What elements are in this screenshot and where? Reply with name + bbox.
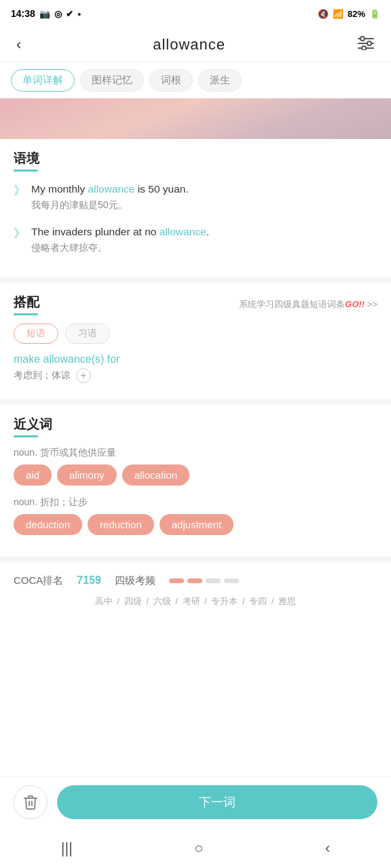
collocation-section: 搭配 系统学习四级真题短语词条GO!! >> 短语 习语 make allowa… xyxy=(0,283,391,399)
coca-section: COCA排名 7159 四级考频 高中 / 四级 / 六级 / 考研 / 专升本… xyxy=(0,562,391,620)
tab-word-detail[interactable]: 单词详解 xyxy=(11,69,75,92)
phrase-tab-xiyu[interactable]: 习语 xyxy=(65,323,110,344)
dot-3 xyxy=(206,578,221,583)
battery-text: 82% xyxy=(348,9,365,19)
sentence-en-1: My monthly allowance is 50 yuan. xyxy=(31,181,189,198)
synonym-tag-reduction[interactable]: reduction xyxy=(88,514,154,535)
tab-bar: 单词详解 图样记忆 词根 派生 xyxy=(0,62,391,98)
divider-3 xyxy=(0,557,391,562)
filter-button[interactable] xyxy=(352,33,380,57)
add-phrase-button[interactable]: + xyxy=(76,368,91,383)
dot-4 xyxy=(224,578,239,583)
mute-icon: 🔇 xyxy=(318,9,329,19)
check-icon: ✔ xyxy=(66,9,73,19)
coca-levels: 高中 / 四级 / 六级 / 考研 / 专升本 / 专四 / 雅思 xyxy=(14,595,377,608)
svg-point-4 xyxy=(367,41,371,45)
dot-icon: ● xyxy=(77,10,81,18)
status-time: 14:38 📷 ◎ ✔ ● xyxy=(11,8,81,19)
synonym-tag-adjustment[interactable]: adjustment xyxy=(160,514,234,535)
coca-freq-label: 四级考频 xyxy=(115,574,155,587)
status-bar: 14:38 📷 ◎ ✔ ● 🔇 📶 82% 🔋 xyxy=(0,0,391,27)
status-right: 🔇 📶 82% 🔋 xyxy=(318,9,380,19)
context-section: 语境 》 My monthly allowance is 50 yuan. 我每… xyxy=(0,139,391,277)
coca-dots xyxy=(169,578,239,583)
divider-2 xyxy=(0,399,391,405)
context-title: 语境 xyxy=(14,150,377,172)
synonyms-section: 近义词 noun. 货币或其他供应量 aid alimony allocatio… xyxy=(0,405,391,557)
synonym-group-2: noun. 折扣；让步 deduction reduction adjustme… xyxy=(14,496,377,535)
bottom-spacer xyxy=(0,620,391,708)
phrase-item-1: make allowance(s) for 考虑到；体谅 + xyxy=(14,353,377,383)
phrase-en[interactable]: make allowance(s) for xyxy=(14,353,377,366)
bullet-icon-2: 》 xyxy=(14,225,26,241)
tab-derivative[interactable]: 派生 xyxy=(198,69,242,92)
synonym-tags-2: deduction reduction adjustment xyxy=(14,514,377,535)
phrase-tab-bar: 短语 习语 xyxy=(14,323,377,344)
synonym-tag-aid[interactable]: aid xyxy=(14,465,52,486)
svg-point-5 xyxy=(362,46,366,50)
collocation-link[interactable]: 系统学习四级真题短语词条GO!! >> xyxy=(239,298,377,311)
bottom-bar: 下一词 xyxy=(0,776,391,827)
sentence-cn-1: 我每月的津贴是50元。 xyxy=(31,199,189,212)
sentence-item-1: 》 My monthly allowance is 50 yuan. 我每月的津… xyxy=(14,181,377,212)
page-title: allowance xyxy=(153,36,225,54)
sentence-cn-2: 侵略者大肆掠夺。 xyxy=(31,242,209,254)
collocation-header: 搭配 系统学习四级真题短语词条GO!! >> xyxy=(14,294,377,315)
sys-nav-home[interactable]: ○ xyxy=(194,840,203,857)
wifi-icon: 📶 xyxy=(333,9,343,19)
synonym-label-2: noun. 折扣；让步 xyxy=(14,496,377,509)
battery-icon: 🔋 xyxy=(369,9,380,19)
tab-image-memory[interactable]: 图样记忆 xyxy=(80,69,144,92)
trash-button[interactable] xyxy=(14,785,48,819)
system-nav-bar: ||| ○ ‹ xyxy=(0,829,391,868)
word-image xyxy=(0,98,391,139)
synonym-tag-allocation[interactable]: allocation xyxy=(122,465,189,486)
bullet-icon-1: 》 xyxy=(14,182,26,199)
sentence-item-2: 》 The invaders plunder at no allowance. … xyxy=(14,224,377,254)
top-nav: ‹ allowance xyxy=(0,27,391,62)
synonym-group-1: noun. 货币或其他供应量 aid alimony allocation xyxy=(14,447,377,486)
phrase-cn: 考虑到；体谅 + xyxy=(14,368,377,383)
coca-row: COCA排名 7159 四级考频 xyxy=(14,574,377,587)
dot-1 xyxy=(169,578,184,583)
dot-2 xyxy=(187,578,202,583)
phrase-tab-duanyu[interactable]: 短语 xyxy=(14,323,58,344)
back-button[interactable]: ‹ xyxy=(11,33,26,56)
next-word-button[interactable]: 下一词 xyxy=(57,785,377,819)
coca-rank-label: COCA排名 xyxy=(14,574,63,587)
collocation-title: 搭配 xyxy=(14,294,39,315)
camera-icon: 📷 xyxy=(39,9,50,19)
synonym-label-1: noun. 货币或其他供应量 xyxy=(14,447,377,459)
synonym-tags-1: aid alimony allocation xyxy=(14,465,377,486)
coca-rank-value: 7159 xyxy=(77,574,101,587)
tab-root[interactable]: 词根 xyxy=(149,69,193,92)
sys-nav-back[interactable]: ‹ xyxy=(325,840,330,857)
sentence-en-2: The invaders plunder at no allowance. xyxy=(31,224,209,241)
sys-nav-menu[interactable]: ||| xyxy=(61,840,73,857)
svg-point-3 xyxy=(360,37,365,41)
synonym-tag-deduction[interactable]: deduction xyxy=(14,514,82,535)
circle-icon: ◎ xyxy=(54,9,62,19)
synonym-tag-alimony[interactable]: alimony xyxy=(57,465,117,486)
divider-1 xyxy=(0,277,391,283)
synonyms-title: 近义词 xyxy=(14,416,377,437)
